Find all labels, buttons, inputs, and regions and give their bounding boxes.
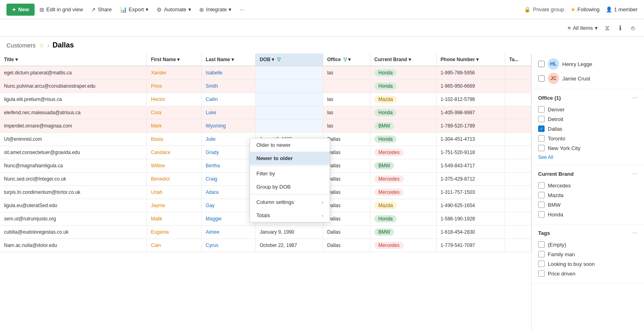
empty-checkbox[interactable] [538,241,545,248]
cell-brand-8: BMW [370,159,437,173]
col-phone[interactable]: Phone Number ▾ [436,53,505,66]
toronto-label: Toronto [548,136,565,142]
office-more-button[interactable]: ··· [632,94,638,101]
tags-more-button[interactable]: ··· [632,229,638,236]
table-row[interactable]: eget.dictum.placerat@mattis.ca Xander Is… [0,66,531,80]
following-button[interactable]: ★ Following [571,6,600,12]
cell-last-3: Cailin [202,93,256,106]
new-button[interactable]: + New [6,4,35,16]
cell-first-3: Hector [147,93,202,106]
mercedes-checkbox[interactable] [538,182,545,189]
share-button[interactable]: ↗ Share [88,4,115,15]
integrate-chevron-icon: ▾ [229,6,231,12]
col-office[interactable]: Office ▽ ▾ [323,53,370,66]
cell-phone-2: 1-965-950-6669 [436,80,505,93]
private-group-label: 🔒 Private group [524,6,564,12]
col-title[interactable]: Title ▾ [0,53,147,66]
cell-tags-10 [505,186,531,199]
denver-label: Denver [548,107,565,113]
cell-brand-13: BMW [370,226,437,239]
info-icon-button[interactable]: ℹ [617,23,624,33]
share-icon: ↗ [91,6,96,13]
family-man-checkbox[interactable] [538,251,545,257]
cmd-bar-right: ≡ All Items ▾ ⧖ ℹ ⎋ [568,23,638,33]
dallas-label: Dallas [548,126,562,132]
table-row[interactable]: Nunc.pulvinar.arcu@conubianostraper.edu … [0,80,531,93]
cell-tags-7 [505,146,531,159]
lock-icon: 🔒 [524,6,530,12]
table-row[interactable]: imperdiet.ornare@magnaa.com Mark Wyoming… [0,119,531,133]
office-see-all[interactable]: See All [538,154,553,160]
menu-column-settings[interactable]: Column settings › [250,195,330,209]
star-icon: ★ [571,6,576,12]
cell-first-10: Uriah [147,186,202,199]
nyc-checkbox[interactable] [538,145,545,151]
person-henry-name: Henry Legge [562,61,592,67]
dropdown-menu: Older to newer Newer to older Filter by … [250,138,330,222]
cell-phone-13: 1-618-454-2830 [436,226,505,239]
automate-icon: ⚙ [157,6,162,13]
all-items-button[interactable]: ≡ All Items ▾ [568,25,598,31]
tags-section: Tags ··· (Empty) Family man Looking to b… [532,224,644,284]
filter-dallas: Dallas [538,124,638,134]
menu-group-by-dob[interactable]: Group by DOB [250,180,330,193]
breadcrumb-current: Dallas [53,41,74,49]
cell-first-5: Mark [147,119,202,133]
price-driven-checkbox[interactable] [538,270,545,277]
table-row[interactable]: Nam.ac.nulla@dolor.edu Cain Cyrus Octobe… [0,239,531,252]
looking-to-buy-checkbox[interactable] [538,261,545,267]
empty-label: (Empty) [548,242,566,248]
table-row[interactable]: cubilia@eudoloregestas.co.uk Eugenia Aim… [0,226,531,239]
integrate-button[interactable]: ⊕ Integrate ▾ [196,4,235,15]
more-options-button[interactable]: ··· [236,4,247,14]
cell-last-11: Gay [202,199,256,212]
col-tags[interactable]: Ta... [505,53,531,66]
filter-looking-to-buy: Looking to buy soon [538,259,638,269]
denver-checkbox[interactable] [538,106,545,113]
menu-older-to-newer[interactable]: Older to newer [250,138,330,152]
col-first-name[interactable]: First Name ▾ [147,53,202,66]
mazda-label: Mazda [548,192,564,198]
menu-totals[interactable]: Totals › [250,209,330,222]
column-settings-arrow-icon: › [322,200,323,205]
cell-office-2 [323,80,370,93]
col-last-name[interactable]: Last Name ▾ [202,53,256,66]
detroit-checkbox[interactable] [538,116,545,122]
cell-brand-11: Mazda [370,199,437,212]
bmw-checkbox[interactable] [538,201,545,208]
col-dob[interactable]: DOB ▾ ▽ [256,53,323,66]
person-jamie-checkbox[interactable] [538,75,545,82]
mazda-checkbox[interactable] [538,192,545,198]
menu-filter-by[interactable]: Filter by [250,167,330,180]
toronto-checkbox[interactable] [538,135,545,142]
export-button[interactable]: 📊 Export ▾ [117,4,152,15]
member-button[interactable]: 👤 1 member [606,6,638,12]
breadcrumb-parent[interactable]: Customers [6,42,36,49]
cell-phone-12: 1-586-190-1928 [436,212,505,226]
filter-icon-button[interactable]: ⧖ [603,23,612,33]
automate-button[interactable]: ⚙ Automate ▾ [153,4,194,15]
honda-checkbox[interactable] [538,211,545,218]
person-henry-checkbox[interactable] [538,61,545,67]
edit-grid-button[interactable]: ⊞ Edit in grid view [36,4,86,15]
dallas-checkbox[interactable] [538,125,545,132]
cell-first-12: Malik [147,212,202,226]
filter-family-man: Family man [538,249,638,259]
cell-office-5: las [323,119,370,133]
breadcrumb-star-icon[interactable]: ☆ [39,42,44,49]
menu-newer-to-older[interactable]: Newer to older [250,152,330,165]
col-brand[interactable]: Current Brand ▾ [370,53,437,66]
cell-first-14: Cain [147,239,202,252]
table-row[interactable]: ligula.elit.pretium@risus.ca Hector Cail… [0,93,531,106]
share-panel-button[interactable]: ⎋ [629,23,638,33]
brand-more-button[interactable]: ··· [632,170,638,177]
cell-tags-9 [505,173,531,186]
person-icon: 👤 [606,6,612,12]
table-area: Title ▾ First Name ▾ Last Name ▾ DOB ▾ ▽ [0,53,531,331]
cell-phone-10: 1-311-757-1503 [436,186,505,199]
cell-first-8: Willow [147,159,202,173]
cell-last-14: Cyrus [202,239,256,252]
table-row[interactable]: eleifend.nec.malesuada@atrisus.ca Cora L… [0,106,531,119]
tags-section-title: Tags [538,230,550,236]
cell-phone-5: 1-789-520-1789 [436,119,505,133]
